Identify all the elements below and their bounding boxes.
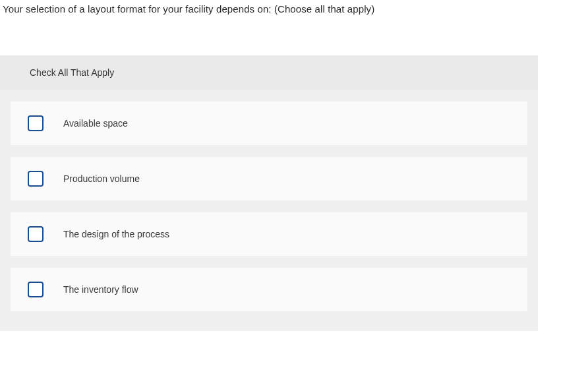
checkbox-design-process[interactable] xyxy=(28,226,44,242)
checkbox-inventory-flow[interactable] xyxy=(28,282,44,297)
option-row[interactable]: Production volume xyxy=(11,157,527,200)
answer-container: Check All That Apply Available space Pro… xyxy=(0,55,538,331)
instruction-header: Check All That Apply xyxy=(0,55,538,90)
option-label: The design of the process xyxy=(63,229,169,239)
checkbox-production-volume[interactable] xyxy=(28,171,44,187)
option-label: The inventory flow xyxy=(63,284,138,295)
options-wrapper: Available space Production volume The de… xyxy=(0,102,538,311)
checkbox-available-space[interactable] xyxy=(28,115,44,131)
option-row[interactable]: The inventory flow xyxy=(11,268,527,311)
option-row[interactable]: Available space xyxy=(11,102,527,145)
option-row[interactable]: The design of the process xyxy=(11,212,527,256)
question-text: Your selection of a layout format for yo… xyxy=(0,0,588,15)
option-label: Available space xyxy=(63,118,128,129)
option-label: Production volume xyxy=(63,173,140,184)
